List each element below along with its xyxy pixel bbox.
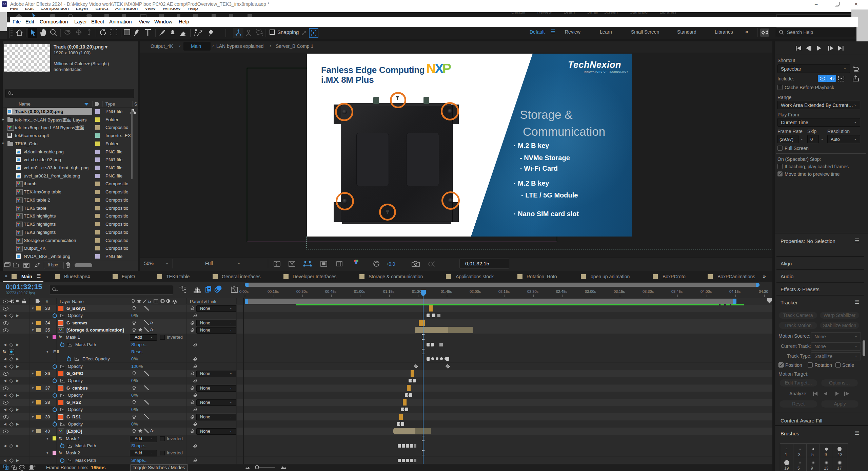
svg-text:fx: fx (148, 299, 152, 304)
svg-text:+0.0: +0.0 (386, 261, 395, 267)
svg-text:Snapping: Snapping (277, 29, 299, 35)
